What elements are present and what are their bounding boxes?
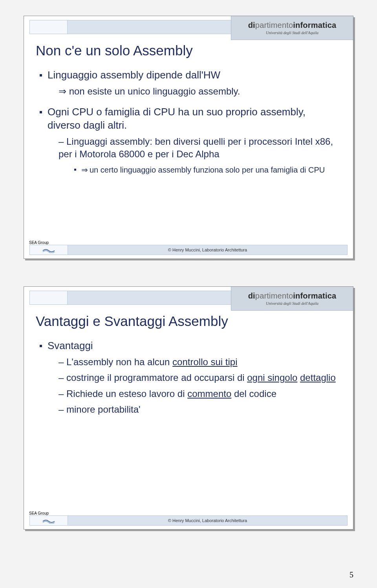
slide-2-body: Vantaggi e Svantaggi Assembly Svantaggi … <box>36 309 341 513</box>
sub-bullet-text: minore portabilita' <box>66 404 141 415</box>
sub-bullet-text: Linguaggi assembly: ben diversi quelli p… <box>59 136 333 159</box>
sub-sub-bullet-text: un certo linguaggio assembly funziona so… <box>90 166 325 174</box>
slide-2-footer: SEA Group © Henry Muccini, Laboratorio A… <box>29 516 348 525</box>
brand-prefix: di <box>248 21 255 29</box>
topbar-left-cell <box>30 291 68 304</box>
text-part: costringe il programmatore ad occuparsi … <box>66 372 247 383</box>
text-part: L'assembly non ha alcun <box>66 357 172 367</box>
slide-1-body: Non c'e un solo Assembly Linguaggio asse… <box>36 39 341 243</box>
sea-group-icon <box>42 247 55 253</box>
page-number: 5 <box>350 570 353 579</box>
sub-bullet-dash: Richiede un esteso lavoro di commento de… <box>59 388 341 400</box>
sub-bullet-dash: Linguaggi assembly: ben diversi quelli p… <box>59 135 341 161</box>
slide-2: dipartimentoinformatica Università degli… <box>24 286 353 530</box>
brand-word2: informatica <box>293 291 336 300</box>
brand-title: dipartimentoinformatica <box>248 291 337 300</box>
brand-title: dipartimentoinformatica <box>248 21 337 30</box>
slide-1-title: Non c'e un solo Assembly <box>36 43 341 58</box>
sub-bullet-dash: L'assembly non ha alcun controllo sui ti… <box>59 356 341 368</box>
sea-group-label: SEA Group <box>29 511 49 515</box>
text-underline: commento <box>187 388 231 399</box>
text-part <box>297 372 300 383</box>
sea-group-icon <box>42 517 55 524</box>
brand-subtitle: Università degli Studi dell'Aquila <box>266 301 318 306</box>
sea-group-label: SEA Group <box>29 240 49 245</box>
brand-subtitle: Università degli Studi dell'Aquila <box>266 31 318 35</box>
text-underline: dettaglio <box>300 372 336 383</box>
sub-bullet-dash: costringe il programmatore ad occuparsi … <box>59 371 341 384</box>
sub-bullet-dash: minore portabilita' <box>59 403 341 416</box>
slide-1-bullets: Linguaggio assembly dipende dall'HW non … <box>36 69 341 175</box>
footer-left-cell: SEA Group <box>29 515 68 526</box>
footer-right-cell: © Henry Muccini, Laboratorio Architettur… <box>68 515 348 526</box>
slide-2-title: Vantaggi e Svantaggi Assembly <box>36 313 341 329</box>
topbar-left-cell <box>30 20 68 34</box>
brand-word2: informatica <box>293 21 336 29</box>
slide-1-footer: SEA Group © Henry Muccini, Laboratorio A… <box>29 245 348 255</box>
brand-word1: partimento <box>255 291 293 300</box>
bullet: Svantaggi L'assembly non ha alcun contro… <box>40 339 341 416</box>
brand-banner: dipartimentoinformatica Università degli… <box>231 287 353 311</box>
bullet-text: Svantaggi <box>48 340 93 351</box>
arrow-icon: ⇒ <box>81 166 88 174</box>
footer-credit: © Henry Muccini, Laboratorio Architettur… <box>168 248 247 252</box>
text-underline: controllo sui tipi <box>172 357 237 367</box>
brand-prefix: di <box>248 291 255 300</box>
bullet-text: Linguaggio assembly dipende dall'HW <box>48 69 220 81</box>
footer-left-cell: SEA Group <box>29 245 68 255</box>
bullet: Ogni CPU o famiglia di CPU ha un suo pro… <box>40 106 341 175</box>
sub-bullet-arrow: non esiste un unico linguaggio assembly. <box>59 85 341 98</box>
bullet: Linguaggio assembly dipende dall'HW non … <box>40 69 341 98</box>
text-part: del codice <box>231 388 276 399</box>
text-part: Richiede un esteso lavoro di <box>66 388 187 399</box>
sub-sub-bullet: ⇒un certo linguaggio assembly funziona s… <box>74 165 341 175</box>
brand-banner: dipartimentoinformatica Università degli… <box>231 16 353 40</box>
brand-word1: partimento <box>255 21 293 29</box>
footer-right-cell: © Henry Muccini, Laboratorio Architettur… <box>68 245 348 255</box>
sub-bullet-text: non esiste un unico linguaggio assembly. <box>69 86 240 96</box>
slide-2-bullets: Svantaggi L'assembly non ha alcun contro… <box>36 339 341 416</box>
text-underline: ogni singolo <box>247 372 297 383</box>
slide-1: dipartimentoinformatica Università degli… <box>24 16 353 259</box>
footer-credit: © Henry Muccini, Laboratorio Architettur… <box>168 518 247 523</box>
bullet-text: Ogni CPU o famiglia di CPU ha un suo pro… <box>48 106 306 131</box>
